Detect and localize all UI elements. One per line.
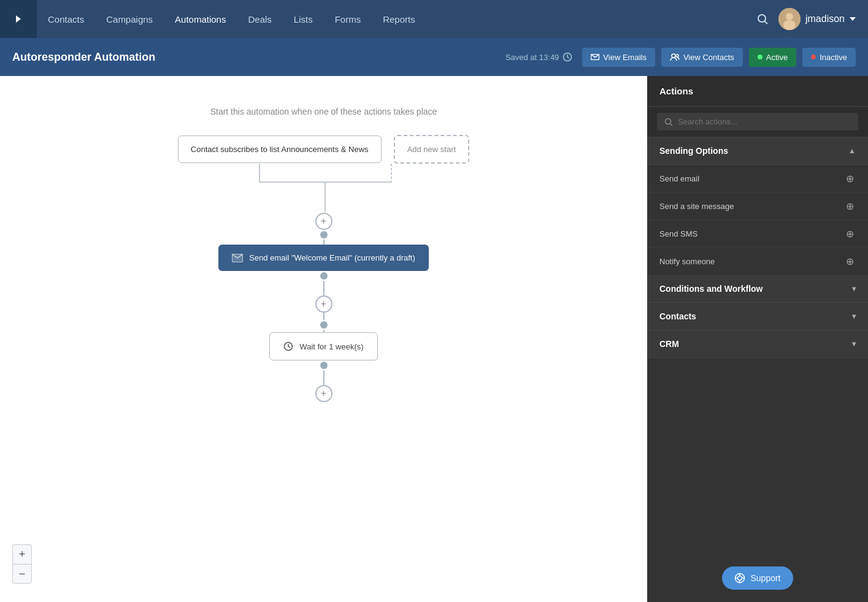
sidebar-item-send-site-message[interactable]: Send a site message ⊕ bbox=[647, 192, 868, 220]
username-label: jmadison bbox=[805, 13, 845, 25]
search-button[interactable] bbox=[756, 13, 769, 25]
clock-icon bbox=[563, 52, 572, 62]
contacts-icon bbox=[670, 53, 680, 61]
send-sms-label: Send SMS bbox=[659, 229, 697, 238]
clock-wait-icon bbox=[283, 341, 293, 351]
notify-someone-label: Notify someone bbox=[659, 257, 715, 266]
trigger-row: Contact subscribes to list Announcements… bbox=[178, 135, 469, 164]
add-step-button-1[interactable]: + bbox=[315, 213, 332, 230]
start-instruction: Start this automation when one of these … bbox=[210, 107, 437, 116]
section-label-conditions-workflow: Conditions and Workflow bbox=[659, 284, 763, 294]
send-email-node-label: Send email "Welcome Email" (currently a … bbox=[249, 253, 415, 262]
section-header-crm[interactable]: CRM ▾ bbox=[647, 330, 868, 358]
flow-lines-svg bbox=[171, 164, 477, 213]
trigger-box[interactable]: Contact subscribes to list Announcements… bbox=[178, 135, 382, 163]
view-contacts-button[interactable]: View Contacts bbox=[661, 48, 743, 67]
vline-1 bbox=[323, 240, 325, 245]
chevron-down-conditions-icon: ▾ bbox=[852, 284, 856, 293]
sidebar-spacer bbox=[647, 358, 868, 554]
send-site-message-label: Send a site message bbox=[659, 202, 734, 211]
saved-info: Saved at 13:49 bbox=[505, 52, 572, 62]
zoom-out-button[interactable]: − bbox=[12, 564, 32, 584]
subheader-actions: View Emails View Contacts Active Inactiv… bbox=[582, 48, 856, 67]
connector-dot-3 bbox=[320, 321, 328, 329]
wait-node-label: Wait for 1 week(s) bbox=[299, 342, 363, 351]
nav-item-lists[interactable]: Lists bbox=[283, 0, 324, 38]
flow-column: + Send email "Welcome Email" (currently … bbox=[218, 213, 429, 402]
svg-point-9 bbox=[672, 54, 675, 58]
add-step-button-2[interactable]: + bbox=[315, 295, 332, 313]
nav-item-automations[interactable]: Automations bbox=[164, 0, 237, 38]
connector-svg-area bbox=[171, 164, 477, 213]
wait-node[interactable]: Wait for 1 week(s) bbox=[269, 332, 377, 360]
chevron-down-contacts-icon: ▾ bbox=[852, 312, 856, 321]
section-header-conditions-workflow[interactable]: Conditions and Workflow ▾ bbox=[647, 275, 868, 303]
add-notify-someone-icon[interactable]: ⊕ bbox=[843, 255, 856, 267]
subheader: Autoresponder Automation Saved at 13:49 … bbox=[0, 38, 868, 76]
email-node-icon bbox=[232, 254, 243, 262]
avatar bbox=[778, 8, 801, 30]
vline-5 bbox=[323, 370, 325, 385]
add-start-box[interactable]: Add new start bbox=[394, 135, 470, 164]
nav-item-deals[interactable]: Deals bbox=[237, 0, 282, 38]
svg-point-10 bbox=[676, 55, 678, 57]
connector-dot-1 bbox=[320, 231, 328, 238]
search-input-wrapper[interactable] bbox=[657, 113, 858, 131]
inactive-status-button[interactable]: Inactive bbox=[802, 48, 856, 67]
nav-item-forms[interactable]: Forms bbox=[324, 0, 372, 38]
nav-items: Contacts Campaigns Automations Deals Lis… bbox=[37, 0, 756, 38]
sidebar-title: Actions bbox=[647, 76, 868, 107]
chevron-up-icon: ▲ bbox=[848, 147, 856, 155]
svg-line-2 bbox=[764, 21, 767, 25]
zoom-controls: + − bbox=[12, 544, 32, 584]
inactive-dot bbox=[811, 55, 816, 59]
page-title: Autoresponder Automation bbox=[12, 51, 496, 64]
section-label-contacts: Contacts bbox=[659, 311, 696, 321]
svg-point-17 bbox=[666, 118, 671, 124]
section-header-sending-options[interactable]: Sending Options ▲ bbox=[647, 137, 868, 165]
vline-2 bbox=[323, 281, 325, 295]
sidebar-item-notify-someone[interactable]: Notify someone ⊕ bbox=[647, 248, 868, 275]
email-icon bbox=[591, 54, 599, 60]
svg-line-18 bbox=[670, 123, 673, 126]
connector-dot-2 bbox=[320, 272, 328, 280]
sidebar-item-send-sms[interactable]: Send SMS ⊕ bbox=[647, 220, 868, 248]
search-icon bbox=[664, 118, 673, 126]
automation-canvas[interactable]: Start this automation when one of these … bbox=[0, 76, 647, 602]
nav-item-campaigns[interactable]: Campaigns bbox=[95, 0, 164, 38]
chevron-down-crm-icon: ▾ bbox=[852, 340, 856, 348]
add-send-email-icon[interactable]: ⊕ bbox=[843, 172, 856, 185]
chevron-down-icon bbox=[850, 17, 856, 21]
add-step-button-3[interactable]: + bbox=[315, 385, 332, 402]
section-header-contacts[interactable]: Contacts ▾ bbox=[647, 303, 868, 330]
svg-marker-6 bbox=[850, 17, 856, 21]
vline-3 bbox=[323, 313, 325, 320]
svg-marker-0 bbox=[16, 15, 21, 23]
nav-right: jmadison bbox=[756, 8, 868, 30]
nav-toggle-button[interactable] bbox=[0, 0, 37, 38]
send-email-node[interactable]: Send email "Welcome Email" (currently a … bbox=[218, 245, 429, 271]
support-icon bbox=[734, 573, 745, 584]
svg-point-5 bbox=[783, 20, 796, 30]
svg-point-1 bbox=[758, 15, 766, 22]
svg-point-4 bbox=[786, 13, 793, 20]
view-emails-button[interactable]: View Emails bbox=[582, 48, 655, 67]
canvas-inner: Start this automation when one of these … bbox=[0, 76, 647, 602]
active-dot bbox=[758, 55, 762, 59]
section-label-sending-options: Sending Options bbox=[659, 146, 728, 156]
support-button[interactable]: Support bbox=[722, 566, 793, 590]
add-send-site-message-icon[interactable]: ⊕ bbox=[843, 200, 856, 212]
user-menu[interactable]: jmadison bbox=[778, 8, 856, 30]
active-status-button[interactable]: Active bbox=[749, 48, 796, 67]
search-bar bbox=[647, 107, 868, 137]
sidebar-item-send-email[interactable]: Send email ⊕ bbox=[647, 165, 868, 192]
nav-item-reports[interactable]: Reports bbox=[372, 0, 426, 38]
nav-item-contacts[interactable]: Contacts bbox=[37, 0, 95, 38]
add-send-sms-icon[interactable]: ⊕ bbox=[843, 227, 856, 240]
actions-sidebar: Actions Sending Options ▲ Send email ⊕ S… bbox=[647, 76, 868, 602]
main-layout: Start this automation when one of these … bbox=[0, 76, 868, 602]
top-navigation: Contacts Campaigns Automations Deals Lis… bbox=[0, 0, 868, 38]
zoom-in-button[interactable]: + bbox=[12, 544, 32, 564]
svg-point-20 bbox=[738, 576, 742, 581]
search-actions-input[interactable] bbox=[678, 117, 851, 126]
